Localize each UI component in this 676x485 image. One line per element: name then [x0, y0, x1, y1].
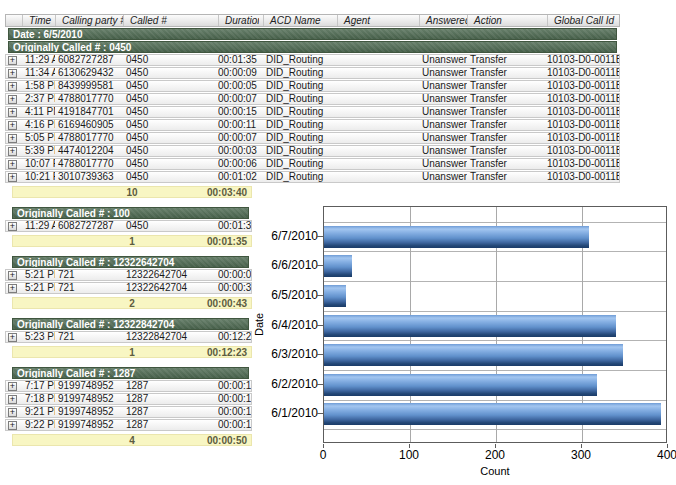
y-axis-tick: [317, 236, 323, 237]
y-axis-label: 6/2/2010: [250, 377, 318, 391]
horizontal-gridline: [324, 370, 666, 371]
cell-time: 9:22 PM: [22, 420, 55, 430]
y-axis-label: 6/1/2010: [250, 406, 318, 420]
y-axis-label: 6/6/2010: [250, 258, 318, 272]
expand-row-icon[interactable]: +: [8, 333, 17, 342]
cell-calling-party: 6082727287: [55, 221, 123, 231]
summary-total-duration: 00:12:23: [153, 347, 251, 358]
chart-bar-6-3-2010: [324, 344, 623, 366]
expand-cell: +: [6, 146, 22, 156]
col-header-calling-party: Calling party #: [55, 15, 123, 26]
cell-duration: 00:00:34: [218, 283, 251, 293]
expand-row-icon[interactable]: +: [8, 421, 17, 430]
x-axis-label: 100: [389, 449, 429, 462]
cell-time: 4:16 PM: [22, 120, 55, 130]
summary-call-count: 2: [111, 298, 153, 309]
summary-total-duration: 00:03:40: [153, 187, 251, 198]
cell-action: Transfer: [467, 120, 547, 130]
y-axis-tick: [317, 265, 323, 266]
cell-duration: 00:00:12: [218, 394, 251, 404]
expand-row-icon[interactable]: +: [8, 147, 17, 156]
expand-cell: +: [6, 221, 22, 231]
y-axis-tick: [317, 295, 323, 296]
expand-row-icon[interactable]: +: [8, 173, 17, 182]
cell-called: 0450: [123, 146, 218, 156]
cell-calling-party: 9199748952: [55, 394, 123, 404]
cell-global-call-id: 10103-D0-0011B-774: [547, 133, 619, 143]
y-axis-label: 6/5/2010: [250, 288, 318, 302]
group-summary-row: 100:01:35: [12, 235, 252, 247]
table-row: +1:58 PM8439999581045000:00:05DID_Routin…: [5, 80, 620, 92]
cell-called: 0450: [123, 68, 218, 78]
table-row: +9:22 PM9199748952128700:00:11: [5, 419, 252, 431]
expand-row-icon[interactable]: +: [8, 82, 17, 91]
col-header-time: Time: [22, 15, 55, 26]
expand-row-icon[interactable]: +: [8, 395, 17, 404]
cell-global-call-id: 10103-D0-0011B-772: [547, 107, 619, 117]
cell-time: 5:39 PM: [22, 146, 55, 156]
call-group: Originally Called # : 0450+11:29 AM60827…: [5, 41, 620, 198]
cell-acd-name: DID_Routing: [263, 68, 337, 78]
chart-bar-6-1-2010: [324, 403, 661, 425]
col-header-duration: Duration: [218, 15, 259, 26]
expand-cell: +: [6, 283, 22, 293]
cell-calling-party: 721: [55, 332, 123, 342]
expand-cell: +: [6, 381, 22, 391]
horizontal-gridline: [324, 340, 666, 341]
cell-global-call-id: 10103-D0-0011B-770: [547, 81, 619, 91]
cell-global-call-id: 10103-D0-0011B-771: [547, 94, 619, 104]
horizontal-gridline: [324, 281, 666, 282]
cell-calling-party: 721: [55, 270, 123, 280]
expand-cell: +: [6, 133, 22, 143]
cell-acd-name: DID_Routing: [263, 94, 337, 104]
cell-time: 11:34 AM: [22, 68, 55, 78]
summary-call-count: 4: [111, 435, 153, 446]
expand-row-icon[interactable]: +: [8, 121, 17, 130]
table-header-row: Time Calling party # Called # Duration A…: [5, 14, 620, 27]
summary-total-duration: 00:00:50: [153, 435, 251, 446]
expand-cell: +: [6, 172, 22, 182]
expand-cell: +: [6, 107, 22, 117]
cell-duration: 00:00:09: [218, 68, 259, 78]
expand-row-icon[interactable]: +: [8, 160, 17, 169]
cell-time: 10:21 PM: [22, 172, 55, 182]
cell-answered: Unanswered: [419, 107, 467, 117]
cell-duration: 00:00:15: [218, 107, 259, 117]
cell-duration: 00:00:13: [218, 381, 251, 391]
expand-row-icon[interactable]: +: [8, 56, 17, 65]
cell-answered: Unanswered: [419, 68, 467, 78]
expand-row-icon[interactable]: +: [8, 284, 17, 293]
cell-called: 1287: [123, 381, 218, 391]
expand-row-icon[interactable]: +: [8, 134, 17, 143]
chart-bar-6-7-2010: [324, 226, 589, 248]
cell-time: 10:07 PM: [22, 159, 55, 169]
expand-row-icon[interactable]: +: [8, 408, 17, 417]
cell-acd-name: DID_Routing: [263, 159, 337, 169]
cell-duration: 00:00:03: [218, 146, 259, 156]
y-axis-tick: [317, 384, 323, 385]
expand-row-icon[interactable]: +: [8, 222, 17, 231]
cell-called: 0450: [123, 159, 218, 169]
expand-row-icon[interactable]: +: [8, 271, 17, 280]
table-row: +11:29 AM6082727287045000:01:35: [5, 220, 252, 232]
summary-call-count: 10: [111, 187, 153, 198]
expand-row-icon[interactable]: +: [8, 108, 17, 117]
horizontal-gridline: [324, 222, 666, 223]
expand-row-icon[interactable]: +: [8, 69, 17, 78]
cell-time: 7:17 PM: [22, 381, 55, 391]
cell-calling-party: 9199748952: [55, 381, 123, 391]
expand-row-icon[interactable]: +: [8, 382, 17, 391]
table-row: +4:11 PM4191847701045000:00:15DID_Routin…: [5, 106, 620, 118]
chart-bar-6-5-2010: [324, 285, 346, 307]
table-row: +2:37 PM4788017770045000:00:07DID_Routin…: [5, 93, 620, 105]
cell-calling-party: 721: [55, 283, 123, 293]
cell-action: Transfer: [467, 107, 547, 117]
cell-calling-party: 6082727287: [55, 55, 123, 65]
x-axis-label: 200: [475, 449, 515, 462]
cell-acd-name: DID_Routing: [263, 133, 337, 143]
cell-called: 0450: [123, 221, 218, 231]
expand-cell: +: [6, 81, 22, 91]
group-header: Originally Called # : 12322642704: [12, 256, 249, 268]
cell-duration: 00:00:09: [218, 270, 251, 280]
expand-row-icon[interactable]: +: [8, 95, 17, 104]
